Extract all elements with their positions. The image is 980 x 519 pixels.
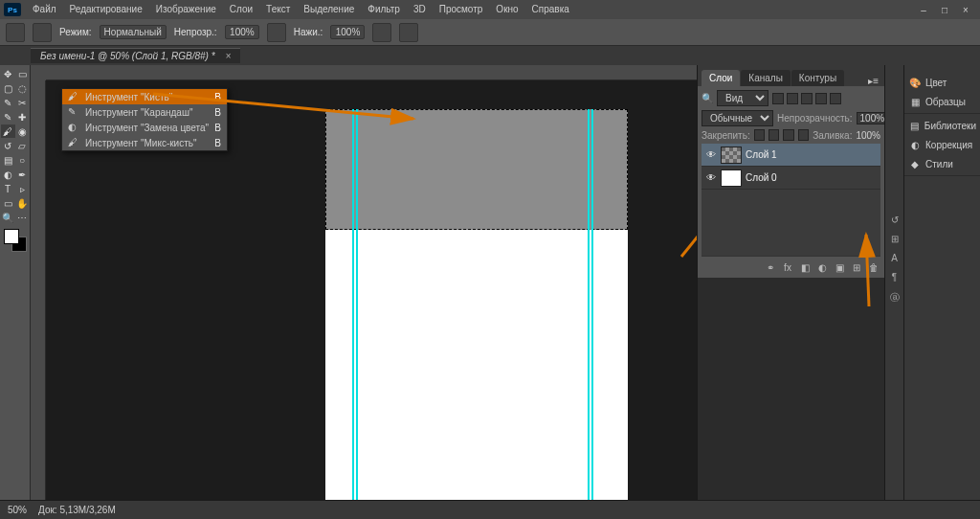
blend-mode-select[interactable]: Нормальный <box>100 25 167 39</box>
menu-file[interactable]: Файл <box>27 0 62 19</box>
document-tab[interactable]: Без имени-1 @ 50% (Слой 1, RGB/8#) * × <box>31 48 240 63</box>
artboard-tool[interactable]: ▭ <box>15 67 30 80</box>
visibility-icon[interactable]: 👁 <box>705 172 717 184</box>
flow-input[interactable]: 100% <box>330 25 365 39</box>
menu-edit[interactable]: Редактирование <box>64 0 148 19</box>
history-brush-tool[interactable]: ↺ <box>1 139 15 152</box>
flyout-item-mixer-brush[interactable]: 🖌 Инструмент "Микс-кисть" B <box>62 135 227 150</box>
fx-icon[interactable]: fx <box>781 260 794 274</box>
layer-name[interactable]: Слой 0 <box>746 172 777 183</box>
opacity-input[interactable]: 100% <box>225 25 259 39</box>
paragraph-panel-icon[interactable]: ¶ <box>888 272 902 285</box>
tab-close-icon[interactable]: × <box>225 51 231 61</box>
document-info[interactable]: Док: 5,13М/3,26М <box>38 505 116 515</box>
dock-item-styles[interactable]: ◆Стили <box>904 154 980 173</box>
move-tool[interactable]: ✥ <box>1 67 15 80</box>
menu-3d[interactable]: 3D <box>408 0 432 19</box>
zoom-level[interactable]: 50% <box>8 505 27 515</box>
pressure-opacity-icon[interactable] <box>267 23 286 42</box>
history-panel-icon[interactable]: ↺ <box>888 214 902 228</box>
filter-type-icon[interactable] <box>801 93 813 104</box>
tab-channels[interactable]: Каналы <box>741 70 791 86</box>
properties-panel-icon[interactable]: ⊞ <box>888 234 902 247</box>
dock-item-libraries[interactable]: ▤Библиотеки <box>904 116 980 135</box>
close-icon[interactable]: × <box>959 5 972 15</box>
dock-item-color[interactable]: 🎨Цвет <box>904 73 980 92</box>
dock-item-adjustments[interactable]: ◐Коррекция <box>904 135 980 154</box>
ruler-vertical[interactable] <box>31 80 46 500</box>
airbrush-icon[interactable] <box>372 23 391 42</box>
character-panel-icon[interactable]: A <box>888 253 902 266</box>
menu-window[interactable]: Окно <box>490 0 523 19</box>
layer-item[interactable]: 👁 Слой 1 <box>702 144 880 167</box>
layer-thumbnail[interactable] <box>721 169 742 187</box>
mask-icon[interactable]: ◧ <box>798 260 812 274</box>
panel-menu-icon[interactable]: ▸≡ <box>862 76 884 86</box>
lasso-tool[interactable]: ◌ <box>15 81 30 95</box>
blur-tool[interactable]: ○ <box>15 153 30 167</box>
menu-view[interactable]: Просмотр <box>434 0 489 19</box>
guide-vertical[interactable] <box>352 109 354 500</box>
tab-paths[interactable]: Контуры <box>791 70 844 86</box>
group-icon[interactable]: ▣ <box>833 260 846 274</box>
gradient-tool[interactable]: ▤ <box>1 153 15 167</box>
quick-select-tool[interactable]: ✎ <box>1 96 15 109</box>
filter-adjust-icon[interactable] <box>787 93 798 104</box>
dodge-tool[interactable]: ◐ <box>1 168 15 181</box>
menu-layers[interactable]: Слои <box>224 0 258 19</box>
eyedropper-tool[interactable]: ✎ <box>1 110 15 124</box>
flyout-item-brush[interactable]: 🖌 Инструмент "Кисть" B <box>62 89 227 104</box>
maximize-icon[interactable]: □ <box>938 5 951 15</box>
blend-mode-select[interactable]: Обычные <box>702 110 773 126</box>
hand-tool[interactable]: ✋ <box>15 196 30 210</box>
layer-item[interactable]: 👁 Слой 0 <box>702 167 880 190</box>
guide-vertical[interactable] <box>588 109 590 500</box>
lock-pixels-icon[interactable] <box>768 129 779 141</box>
layer-thumbnail[interactable] <box>721 147 742 164</box>
foreground-color-swatch[interactable] <box>4 229 19 244</box>
layer-name[interactable]: Слой 1 <box>746 149 777 160</box>
new-layer-icon[interactable]: ⊞ <box>850 260 863 274</box>
guide-vertical[interactable] <box>356 109 358 500</box>
ruler-horizontal[interactable] <box>46 65 697 80</box>
document-canvas[interactable] <box>325 109 628 500</box>
color-swatches[interactable] <box>4 229 27 252</box>
lock-all-icon[interactable] <box>798 129 809 141</box>
heal-tool[interactable]: ✚ <box>15 110 30 124</box>
eraser-tool[interactable]: ▱ <box>15 139 30 152</box>
adjustment-icon[interactable]: ◐ <box>815 260 829 274</box>
tab-layers[interactable]: Слои <box>702 70 740 86</box>
menu-image[interactable]: Изображение <box>150 0 222 19</box>
link-layers-icon[interactable]: ⚭ <box>764 260 777 274</box>
guide-vertical[interactable] <box>591 109 593 500</box>
brush-tool-icon[interactable] <box>6 23 25 42</box>
menu-filter[interactable]: Фильтр <box>362 0 406 19</box>
edit-toolbar[interactable]: ⋯ <box>15 211 30 224</box>
filter-smart-icon[interactable] <box>830 93 841 104</box>
dock-item-swatches[interactable]: ▦Образцы <box>904 92 980 111</box>
menu-help[interactable]: Справка <box>526 0 575 19</box>
zoom-tool[interactable]: 🔍 <box>1 211 15 224</box>
flyout-item-pencil[interactable]: ✎ Инструмент "Карандаш" B <box>62 104 227 120</box>
path-select-tool[interactable]: ▹ <box>15 182 30 195</box>
fill-value[interactable]: 100% <box>856 130 880 141</box>
lock-position-icon[interactable] <box>783 129 793 141</box>
glyphs-panel-icon[interactable]: ⓐ <box>888 291 902 305</box>
crop-tool[interactable]: ✂ <box>15 96 30 109</box>
flyout-item-color-replace[interactable]: ◐ Инструмент "Замена цвета" B <box>62 120 227 135</box>
stamp-tool[interactable]: ◉ <box>15 124 30 138</box>
menu-select[interactable]: Выделение <box>298 0 360 19</box>
pressure-size-icon[interactable] <box>399 23 418 42</box>
minimize-icon[interactable]: – <box>917 5 930 15</box>
pen-tool[interactable]: ✒ <box>15 168 30 181</box>
filter-shape-icon[interactable] <box>815 93 827 104</box>
filter-pixel-icon[interactable] <box>772 93 784 104</box>
shape-tool[interactable]: ▭ <box>1 196 15 210</box>
brush-preset-icon[interactable] <box>33 23 52 42</box>
delete-layer-icon[interactable]: 🗑 <box>867 260 880 274</box>
menu-type[interactable]: Текст <box>260 0 296 19</box>
lock-transparent-icon[interactable] <box>754 129 765 141</box>
brush-tool[interactable]: 🖌 <box>1 124 15 138</box>
layer-filter-select[interactable]: Вид <box>717 90 768 106</box>
type-tool[interactable]: T <box>1 182 15 195</box>
